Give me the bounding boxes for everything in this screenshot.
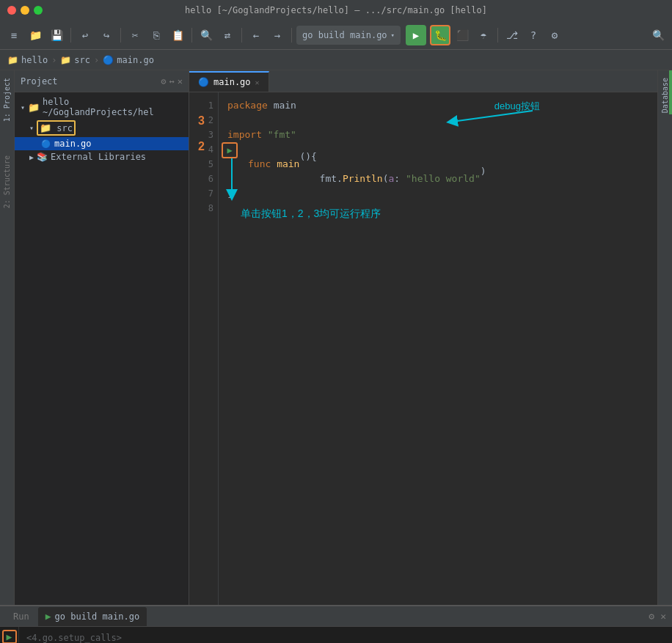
separator-5: [291, 28, 292, 43]
coverage-btn[interactable]: ☂: [474, 26, 493, 45]
settings-icon[interactable]: ⚙: [545, 26, 564, 45]
main-go-label: main.go: [54, 139, 92, 149]
gutter-play-icon: ▶: [227, 145, 232, 155]
config-tab[interactable]: ▶ go build main.go: [38, 607, 147, 626]
gear-icon[interactable]: ⚙: [161, 76, 166, 87]
bottom-tab-actions: ⚙ ✕: [649, 611, 666, 622]
breadcrumb-main[interactable]: 🔵 main.go: [103, 55, 154, 65]
play-icon: ▶: [413, 29, 419, 41]
run-sidebar: ▶ ⬛ ⏸ ↻ ⇌ ↓↓ 🗑 📌 ✕ ?: [0, 627, 19, 643]
ext-arrow-icon: ▶: [29, 153, 34, 161]
title-bar: hello [~/GoglandProjects/hello] – .../sr…: [0, 0, 672, 21]
annotation-run-note: 单击按钮1，2，3均可运行程序: [241, 206, 381, 221]
root-label: hello ~/GoglandProjects/hel: [43, 97, 183, 117]
back-btn[interactable]: ←: [246, 26, 266, 45]
save-btn[interactable]: 💾: [47, 26, 66, 45]
panel-header: Project ⚙ ↔ ✕: [15, 70, 189, 92]
code-line-3: import "fmt": [227, 128, 649, 142]
expand-icon[interactable]: ↔: [169, 76, 175, 87]
src-arrow-icon: ▾: [29, 124, 34, 132]
go-file-icon: 🔵: [103, 55, 114, 65]
forward-btn[interactable]: →: [268, 26, 287, 45]
code-line-6: fmt.Println(a: "hello world"): [227, 172, 649, 186]
run-config-selector[interactable]: go build main.go ▾: [296, 26, 401, 45]
separator-4: [241, 28, 242, 43]
tree-root[interactable]: ▾ 📁 hello ~/GoglandProjects/hel: [15, 95, 189, 119]
main-go-icon: 🔵: [41, 139, 51, 149]
tab-go-icon: 🔵: [198, 77, 209, 87]
undo-btn[interactable]: ↩: [76, 26, 95, 45]
breadcrumb-src[interactable]: 📁 src: [60, 55, 90, 65]
minimize-button[interactable]: [21, 6, 29, 15]
bottom-content: ▶ ⬛ ⏸ ↻ ⇌ ↓↓ 🗑 📌 ✕ ? <4.go.setup_calls> …: [0, 627, 672, 643]
breadcrumb-sep-2: ›: [94, 55, 99, 65]
run-label-tab[interactable]: Run: [6, 607, 37, 626]
terminal-output: <4.go.setup_calls> hello world Process f…: [19, 627, 672, 643]
tree-main-go[interactable]: 🔵 main.go: [15, 137, 189, 150]
run-config-label: go build main.go: [302, 30, 387, 40]
search-btn[interactable]: 🔍: [197, 26, 216, 45]
code-content[interactable]: package main import "fmt" func main(){ f…: [219, 92, 657, 605]
tree-src-folder[interactable]: ▾ 📁 src: [15, 119, 189, 137]
menu-btn[interactable]: ≡: [4, 26, 23, 45]
run-tab-label: Run: [13, 611, 29, 622]
copy-btn[interactable]: ⎘: [147, 26, 166, 45]
redo-btn[interactable]: ↪: [97, 26, 116, 45]
run-play-button[interactable]: ▶: [2, 630, 17, 643]
close-panel-btn[interactable]: ✕: [660, 611, 666, 622]
tab-label: main.go: [213, 77, 251, 87]
left-sidebar-tabs: 1: Project 2: Structure: [0, 70, 15, 605]
tree-external-libs[interactable]: ▶ 📚 External Libraries: [15, 150, 189, 163]
code-editor[interactable]: 1 2 3 4 5 6 7 8 package main import "fmt…: [189, 92, 657, 605]
code-line-4: [227, 142, 649, 157]
expand-arrow-icon: ▾: [21, 103, 25, 111]
find-action-btn[interactable]: 🔍: [649, 26, 668, 45]
src-folder-highlight: 📁 src: [37, 120, 76, 136]
replace-btn[interactable]: ⇄: [218, 26, 237, 45]
sidebar-item-project[interactable]: 1: Project: [1, 73, 12, 126]
src-folder-icon: 📁: [40, 122, 51, 133]
run-button[interactable]: ▶: [406, 25, 426, 45]
separator-3: [191, 28, 192, 43]
vcs-btn[interactable]: ⎇: [503, 26, 522, 45]
project-tree: ▾ 📁 hello ~/GoglandProjects/hel ▾ 📁 src …: [15, 92, 189, 605]
bottom-panel: Run ▶ go build main.go ⚙ ✕ ▶ ⬛ ⏸ ↻ ⇌ ↓↓ …: [0, 605, 672, 643]
setup-line: <4.go.setup_calls>: [26, 631, 665, 643]
close-panel-icon[interactable]: ✕: [178, 76, 183, 87]
config-tab-label: go build main.go: [55, 611, 140, 622]
toolbar: ≡ 📁 💾 ↩ ↪ ✂ ⎘ 📋 🔍 ⇄ ← → go build main.go…: [0, 21, 672, 50]
close-button[interactable]: [7, 6, 16, 15]
root-folder-icon: 📁: [28, 102, 40, 113]
debug-button[interactable]: 🐛: [430, 25, 450, 45]
settings-gear-icon[interactable]: ⚙: [649, 611, 654, 622]
panel-title: Project: [21, 76, 58, 87]
right-sidebar: Database: [657, 70, 672, 605]
separator-1: [70, 28, 71, 43]
tab-main-go[interactable]: 🔵 main.go ✕: [189, 71, 269, 92]
code-line-2: [227, 113, 649, 128]
traffic-lights: [7, 6, 43, 15]
run-gutter-button[interactable]: ▶: [222, 142, 238, 158]
src-label: src: [56, 123, 73, 133]
folder-icon: 📁: [7, 55, 18, 65]
help-btn[interactable]: ?: [524, 26, 543, 45]
bottom-tabs: Run ▶ go build main.go ⚙ ✕: [0, 606, 672, 627]
separator-2: [120, 28, 121, 43]
open-btn[interactable]: 📁: [26, 26, 45, 45]
sidebar-item-structure[interactable]: 2: Structure: [1, 151, 12, 213]
dropdown-arrow-icon: ▾: [391, 32, 395, 39]
paste-btn[interactable]: 📋: [168, 26, 187, 45]
ext-label: External Libraries: [51, 152, 146, 162]
folder-icon-2: 📁: [60, 55, 71, 65]
maximize-button[interactable]: [34, 6, 43, 15]
editor-area: 🔵 main.go ✕ 1 2 3 4 5 6 7 8 package main: [189, 70, 657, 605]
breadcrumb-hello[interactable]: 📁 hello: [7, 55, 48, 65]
window-title: hello [~/GoglandProjects/hello] – .../sr…: [185, 5, 487, 15]
cut-btn[interactable]: ✂: [125, 26, 145, 45]
sidebar-item-database[interactable]: Database: [660, 73, 671, 117]
tab-close-icon[interactable]: ✕: [255, 78, 260, 87]
project-panel: Project ⚙ ↔ ✕ ▾ 📁 hello ~/GoglandProject…: [15, 70, 189, 605]
stop-btn[interactable]: ⬛: [453, 26, 472, 45]
breadcrumb: 📁 hello › 📁 src › 🔵 main.go: [0, 50, 672, 70]
separator-6: [497, 28, 498, 43]
